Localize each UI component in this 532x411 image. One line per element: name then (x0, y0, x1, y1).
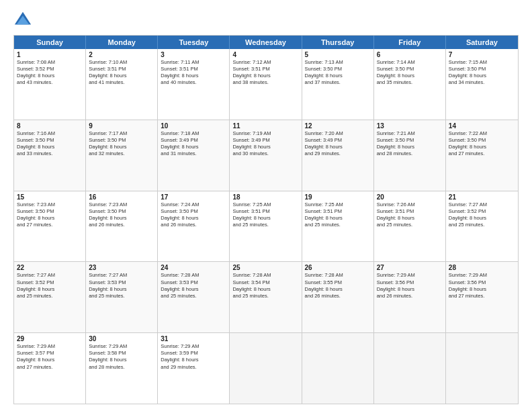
cell-details: Sunrise: 7:18 AMSunset: 3:49 PMDaylight:… (161, 130, 226, 158)
cell-details: Sunrise: 7:25 AMSunset: 3:51 PMDaylight:… (232, 201, 298, 229)
calendar-week-4: 22Sunrise: 7:27 AMSunset: 3:52 PMDayligh… (14, 261, 518, 332)
day-number: 23 (89, 264, 154, 271)
day-cell-17: 17Sunrise: 7:24 AMSunset: 3:50 PMDayligh… (158, 191, 230, 262)
logo (13, 11, 35, 30)
day-number: 24 (161, 264, 226, 271)
day-cell-5: 5Sunrise: 7:13 AMSunset: 3:50 PMDaylight… (302, 49, 374, 120)
day-cell-9: 9Sunrise: 7:17 AMSunset: 3:50 PMDaylight… (86, 120, 158, 191)
empty-cell (374, 333, 446, 404)
day-cell-2: 2Sunrise: 7:10 AMSunset: 3:51 PMDaylight… (86, 49, 158, 120)
cell-details: Sunrise: 7:08 AMSunset: 3:52 PMDaylight:… (17, 59, 83, 87)
day-number: 12 (305, 122, 371, 130)
day-number: 30 (89, 335, 154, 342)
day-number: 29 (17, 335, 83, 342)
cell-details: Sunrise: 7:11 AMSunset: 3:51 PMDaylight:… (161, 59, 226, 87)
cell-details: Sunrise: 7:26 AMSunset: 3:51 PMDaylight:… (377, 201, 443, 229)
day-cell-23: 23Sunrise: 7:27 AMSunset: 3:53 PMDayligh… (86, 262, 158, 332)
cell-details: Sunrise: 7:13 AMSunset: 3:50 PMDaylight:… (305, 59, 371, 87)
logo-icon (13, 11, 32, 30)
empty-cell (302, 333, 374, 404)
cell-details: Sunrise: 7:29 AMSunset: 3:59 PMDaylight:… (161, 343, 226, 371)
day-number: 1 (17, 51, 83, 58)
day-number: 7 (449, 51, 515, 58)
day-cell-29: 29Sunrise: 7:29 AMSunset: 3:57 PMDayligh… (14, 333, 86, 404)
day-cell-25: 25Sunrise: 7:28 AMSunset: 3:54 PMDayligh… (230, 262, 302, 332)
day-cell-12: 12Sunrise: 7:20 AMSunset: 3:49 PMDayligh… (302, 120, 374, 191)
day-number: 15 (17, 193, 83, 201)
calendar-week-5: 29Sunrise: 7:29 AMSunset: 3:57 PMDayligh… (14, 332, 518, 404)
header-day-tuesday: Tuesday (158, 36, 230, 49)
cell-details: Sunrise: 7:25 AMSunset: 3:51 PMDaylight:… (305, 201, 371, 229)
day-number: 19 (305, 193, 371, 201)
day-cell-11: 11Sunrise: 7:19 AMSunset: 3:49 PMDayligh… (230, 120, 302, 191)
cell-details: Sunrise: 7:12 AMSunset: 3:51 PMDaylight:… (232, 59, 298, 87)
cell-details: Sunrise: 7:27 AMSunset: 3:53 PMDaylight:… (89, 272, 154, 300)
day-number: 8 (17, 122, 83, 130)
day-cell-14: 14Sunrise: 7:22 AMSunset: 3:50 PMDayligh… (446, 120, 518, 191)
calendar-page: SundayMondayTuesdayWednesdayThursdayFrid… (0, 0, 532, 411)
day-cell-31: 31Sunrise: 7:29 AMSunset: 3:59 PMDayligh… (158, 333, 230, 404)
day-number: 5 (305, 51, 371, 58)
calendar-week-3: 15Sunrise: 7:23 AMSunset: 3:50 PMDayligh… (14, 191, 518, 262)
header-day-saturday: Saturday (446, 36, 518, 49)
day-number: 25 (232, 264, 298, 271)
day-number: 22 (17, 264, 83, 271)
cell-details: Sunrise: 7:29 AMSunset: 3:58 PMDaylight:… (89, 343, 154, 371)
day-cell-8: 8Sunrise: 7:16 AMSunset: 3:50 PMDaylight… (14, 120, 86, 191)
cell-details: Sunrise: 7:29 AMSunset: 3:57 PMDaylight:… (17, 343, 83, 371)
day-number: 6 (377, 51, 443, 58)
day-number: 11 (232, 122, 298, 130)
day-number: 17 (161, 193, 226, 201)
header-day-sunday: Sunday (14, 36, 86, 49)
day-cell-16: 16Sunrise: 7:23 AMSunset: 3:50 PMDayligh… (86, 191, 158, 262)
day-cell-24: 24Sunrise: 7:28 AMSunset: 3:53 PMDayligh… (158, 262, 230, 332)
day-cell-22: 22Sunrise: 7:27 AMSunset: 3:52 PMDayligh… (14, 262, 86, 332)
day-cell-7: 7Sunrise: 7:15 AMSunset: 3:50 PMDaylight… (446, 49, 518, 120)
cell-details: Sunrise: 7:20 AMSunset: 3:49 PMDaylight:… (305, 130, 371, 158)
cell-details: Sunrise: 7:24 AMSunset: 3:50 PMDaylight:… (161, 201, 226, 229)
cell-details: Sunrise: 7:19 AMSunset: 3:49 PMDaylight:… (232, 130, 298, 158)
header-day-friday: Friday (374, 36, 446, 49)
header (13, 11, 519, 30)
day-cell-1: 1Sunrise: 7:08 AMSunset: 3:52 PMDaylight… (14, 49, 86, 120)
empty-cell (446, 333, 518, 404)
cell-details: Sunrise: 7:29 AMSunset: 3:56 PMDaylight:… (377, 272, 443, 300)
header-day-monday: Monday (86, 36, 158, 49)
cell-details: Sunrise: 7:27 AMSunset: 3:52 PMDaylight:… (17, 272, 83, 300)
day-number: 26 (305, 264, 371, 271)
day-number: 10 (161, 122, 226, 130)
empty-cell (230, 333, 302, 404)
cell-details: Sunrise: 7:17 AMSunset: 3:50 PMDaylight:… (89, 130, 154, 158)
day-cell-26: 26Sunrise: 7:28 AMSunset: 3:55 PMDayligh… (302, 262, 374, 332)
header-day-thursday: Thursday (302, 36, 374, 49)
cell-details: Sunrise: 7:28 AMSunset: 3:54 PMDaylight:… (232, 272, 298, 300)
cell-details: Sunrise: 7:29 AMSunset: 3:56 PMDaylight:… (449, 272, 515, 300)
day-number: 18 (232, 193, 298, 201)
day-cell-20: 20Sunrise: 7:26 AMSunset: 3:51 PMDayligh… (374, 191, 446, 262)
cell-details: Sunrise: 7:22 AMSunset: 3:50 PMDaylight:… (449, 130, 515, 158)
calendar-week-2: 8Sunrise: 7:16 AMSunset: 3:50 PMDaylight… (14, 120, 518, 191)
day-cell-30: 30Sunrise: 7:29 AMSunset: 3:58 PMDayligh… (86, 333, 158, 404)
cell-details: Sunrise: 7:21 AMSunset: 3:50 PMDaylight:… (377, 130, 443, 158)
day-number: 9 (89, 122, 154, 130)
cell-details: Sunrise: 7:16 AMSunset: 3:50 PMDaylight:… (17, 130, 83, 158)
cell-details: Sunrise: 7:28 AMSunset: 3:55 PMDaylight:… (305, 272, 371, 300)
calendar-header-row: SundayMondayTuesdayWednesdayThursdayFrid… (14, 36, 518, 49)
day-number: 20 (377, 193, 443, 201)
day-cell-6: 6Sunrise: 7:14 AMSunset: 3:50 PMDaylight… (374, 49, 446, 120)
cell-details: Sunrise: 7:23 AMSunset: 3:50 PMDaylight:… (89, 201, 154, 229)
calendar-week-1: 1Sunrise: 7:08 AMSunset: 3:52 PMDaylight… (14, 49, 518, 120)
day-number: 14 (449, 122, 515, 130)
day-number: 21 (449, 193, 515, 201)
day-cell-3: 3Sunrise: 7:11 AMSunset: 3:51 PMDaylight… (158, 49, 230, 120)
cell-details: Sunrise: 7:27 AMSunset: 3:52 PMDaylight:… (449, 201, 515, 229)
day-cell-15: 15Sunrise: 7:23 AMSunset: 3:50 PMDayligh… (14, 191, 86, 262)
cell-details: Sunrise: 7:14 AMSunset: 3:50 PMDaylight:… (377, 59, 443, 87)
day-cell-28: 28Sunrise: 7:29 AMSunset: 3:56 PMDayligh… (446, 262, 518, 332)
day-cell-4: 4Sunrise: 7:12 AMSunset: 3:51 PMDaylight… (230, 49, 302, 120)
day-number: 27 (377, 264, 443, 271)
day-number: 4 (232, 51, 298, 58)
cell-details: Sunrise: 7:28 AMSunset: 3:53 PMDaylight:… (161, 272, 226, 300)
day-number: 3 (161, 51, 226, 58)
day-cell-13: 13Sunrise: 7:21 AMSunset: 3:50 PMDayligh… (374, 120, 446, 191)
